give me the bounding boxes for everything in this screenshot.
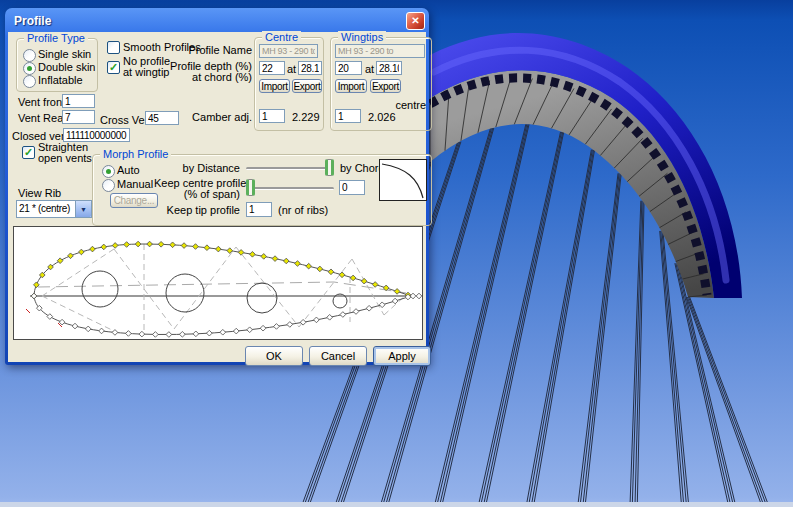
smooth-profiles-checkbox[interactable] [107, 41, 120, 54]
by-distance-thumb[interactable] [325, 159, 334, 176]
morph-curve-graph [380, 160, 426, 200]
by-distance-track [246, 167, 334, 170]
wingtips-at-label: at [365, 63, 374, 75]
radio-manual-label: Manual [117, 178, 153, 190]
vent-rear-field[interactable] [62, 110, 95, 124]
at-chord-label: at chord (%) [158, 71, 252, 83]
vent-front-label: Vent front [18, 96, 65, 108]
wingtips-caption: Wingtips [338, 31, 386, 43]
centre-camber-result: 2.229 [292, 111, 320, 123]
radio-manual[interactable] [102, 179, 115, 192]
radio-auto[interactable] [102, 165, 115, 178]
chevron-down-icon[interactable]: ▼ [75, 201, 91, 217]
keep-tip-value-field[interactable] [246, 202, 272, 217]
keep-centre-slider[interactable] [246, 181, 334, 195]
rib-circles [82, 271, 347, 313]
keep-centre-label-line2: (% of span) [154, 188, 240, 200]
centre-note-label: centre [390, 99, 426, 111]
wingtips-import-button[interactable]: Import [335, 79, 367, 93]
wingtips-chord-field[interactable] [376, 61, 402, 75]
centre-camber-field[interactable] [259, 109, 285, 123]
profile-name-label: Profile Name [158, 44, 252, 56]
airfoil-preview [14, 227, 422, 339]
centre-depth-field[interactable] [259, 61, 285, 75]
straighten-open-vents-checkbox[interactable]: ✓ [22, 146, 35, 159]
no-profile-checkbox[interactable]: ✓ [107, 61, 120, 74]
radio-single-skin-label: Single skin [38, 48, 91, 60]
vent-front-field[interactable] [62, 94, 95, 108]
radio-double-skin-label: Double skin [38, 61, 95, 73]
morph-curve-preview [379, 159, 427, 201]
horizon-strip [0, 502, 793, 507]
closed-vents-field[interactable] [63, 128, 130, 142]
camber-line [38, 282, 406, 293]
radio-inflatable-label: Inflatable [38, 74, 83, 86]
keep-centre-thumb[interactable] [246, 179, 255, 196]
radio-inflatable[interactable] [23, 75, 36, 88]
profile-point-markers [31, 241, 422, 337]
morph-profile-caption: Morph Profile [100, 148, 171, 160]
apply-button[interactable]: Apply [373, 346, 431, 366]
centre-caption: Centre [262, 31, 301, 43]
by-distance-label: by Distance [158, 162, 240, 174]
centre-at-label: at [287, 63, 296, 75]
cancel-button[interactable]: Cancel [309, 346, 367, 366]
cross-vents-field[interactable] [145, 111, 179, 125]
view-rib-label: View Rib [18, 187, 61, 199]
by-distance-slider[interactable] [246, 161, 334, 175]
view-rib-dropdown[interactable]: 21 * (centre) ▼ [16, 200, 92, 218]
radio-auto-label: Auto [117, 164, 140, 176]
wingtips-camber-field[interactable] [335, 109, 361, 123]
keep-tip-label: Keep tip profile [154, 204, 240, 216]
wingtips-export-button[interactable]: Export [370, 79, 401, 93]
by-chord-label: by Chord [340, 162, 385, 174]
ok-button[interactable]: OK [245, 346, 303, 366]
straighten-label-line2: open vents [38, 152, 92, 164]
profile-type-caption: Profile Type [24, 32, 88, 44]
radio-double-skin[interactable] [23, 62, 36, 75]
dialog-title: Profile [14, 14, 406, 28]
bracing-lines [42, 244, 406, 334]
wingtips-profile-name-field[interactable] [335, 44, 425, 58]
centre-import-button[interactable]: Import [259, 79, 290, 93]
vent-rear-label: Vent Rear [18, 112, 67, 124]
airfoil-preview-panel [13, 226, 423, 340]
keep-centre-value-field[interactable] [339, 180, 365, 195]
view-rib-value: 21 * (centre) [17, 201, 75, 217]
centre-export-button[interactable]: Export [292, 79, 322, 93]
keep-centre-track [246, 187, 334, 190]
vent-markers [26, 309, 62, 327]
check-icon: ✓ [24, 148, 33, 157]
dialog-client-area: Profile Type Single skin Double skin Inf… [8, 32, 426, 362]
close-icon[interactable]: ✕ [406, 12, 425, 30]
centre-profile-name-field[interactable] [259, 44, 318, 58]
dialog-titlebar[interactable]: Profile ✕ [5, 8, 429, 31]
wingtips-camber-result: 2.026 [368, 111, 396, 123]
wingtips-depth-field[interactable] [335, 61, 362, 75]
check-icon: ✓ [109, 63, 118, 72]
nr-of-ribs-label: (nr of ribs) [278, 204, 328, 216]
radio-single-skin[interactable] [23, 49, 36, 62]
profile-dialog: Profile ✕ Profile Type Single skin Doubl… [5, 8, 429, 365]
centre-chord-field[interactable] [298, 61, 322, 75]
change-button[interactable]: Change... [110, 193, 158, 208]
application-screen: Profile ✕ Profile Type Single skin Doubl… [0, 0, 793, 507]
